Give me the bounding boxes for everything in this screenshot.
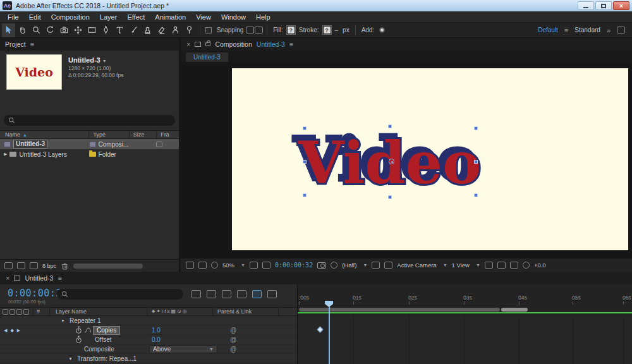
shape-tool-button[interactable] <box>85 23 99 37</box>
composition-mini-flowchart-icon[interactable] <box>191 290 201 298</box>
composition-viewport[interactable]: Video Video <box>181 62 632 258</box>
solo-icon[interactable] <box>16 309 22 315</box>
keyframe-navigator[interactable]: ◀ ◆ ▶ <box>4 325 21 335</box>
camera-view-button[interactable]: Active Camera <box>397 262 436 269</box>
row-offset[interactable]: Offset 0.0 @ <box>0 335 297 344</box>
exposure-gear-icon[interactable] <box>523 262 530 269</box>
row-repeater[interactable]: ▼ Repeater 1 <box>0 316 297 325</box>
new-folder-icon[interactable] <box>17 262 25 269</box>
zoom-caret-icon[interactable]: ▼ <box>241 263 245 267</box>
project-row-composition[interactable]: Untitled-3 Composi... <box>0 139 179 149</box>
pan-behind-tool-button[interactable] <box>71 23 85 37</box>
new-composition-icon[interactable] <box>30 262 38 269</box>
column-parent-link[interactable]: Parent & Link <box>217 308 252 315</box>
grid-guides-icon[interactable] <box>250 262 258 269</box>
zoom-tool-button[interactable] <box>30 23 43 37</box>
row-name[interactable]: Untitled-3 Layers <box>19 151 67 158</box>
panel-menu-icon[interactable]: ≡ <box>289 40 293 48</box>
menu-edit[interactable]: Edit <box>24 13 46 21</box>
snapping-checkbox[interactable] <box>205 27 212 33</box>
twirl-down-icon[interactable]: ▼ <box>68 356 73 361</box>
mask-visibility-icon[interactable] <box>262 262 270 269</box>
sort-asc-icon[interactable]: ▲ <box>23 133 27 137</box>
lock-icon[interactable] <box>205 42 210 46</box>
row-composite[interactable]: Composite Above ▼ @ <box>0 344 297 354</box>
audio-icon[interactable] <box>9 309 15 315</box>
parent-pickwhip-icon[interactable]: @ <box>230 327 236 334</box>
property-composite-label[interactable]: Composite <box>84 346 114 353</box>
clone-stamp-tool-button[interactable] <box>141 23 154 37</box>
project-thumbnail[interactable]: Video <box>6 54 62 90</box>
viewer-tab-untitled3[interactable]: Untitled-3 <box>186 52 228 62</box>
selection-handle-top-left[interactable] <box>303 126 307 130</box>
selection-handle-top-right[interactable] <box>474 126 478 130</box>
project-item-name[interactable]: Untitled-3 ▼ <box>68 56 107 64</box>
current-time-indicator-line[interactable] <box>329 301 330 364</box>
selection-handle-bottom-right[interactable] <box>474 193 478 197</box>
eraser-tool-button[interactable] <box>155 23 168 37</box>
item-caret-icon[interactable]: ▼ <box>102 59 107 63</box>
stopwatch-icon[interactable] <box>75 326 82 334</box>
timeline-tab-untitled3[interactable]: Untitled-3 <box>25 274 53 282</box>
puppet-pin-tool-button[interactable] <box>183 23 196 37</box>
view-layout-button[interactable]: 1 View <box>452 262 470 269</box>
offset-value[interactable]: 0.0 <box>152 336 161 343</box>
column-size[interactable]: Size <box>129 131 157 138</box>
close-panel-icon[interactable]: × <box>186 40 190 48</box>
column-name[interactable]: Name <box>5 131 20 138</box>
composite-dropdown[interactable]: Above ▼ <box>149 345 217 353</box>
row-transform[interactable]: ▼ Transform: Repea...1 <box>0 354 297 363</box>
selection-tool-button[interactable] <box>2 23 15 37</box>
row-name[interactable]: Untitled-3 <box>13 140 47 149</box>
property-offset-label[interactable]: Offset <box>95 336 112 343</box>
composition-tab-name[interactable]: Untitled-3 <box>257 40 285 48</box>
add-keyframe-icon[interactable]: ◆ <box>10 328 15 333</box>
panel-menu-icon[interactable]: ≡ <box>30 40 34 48</box>
panel-menu-icon[interactable]: ≡ <box>58 274 61 282</box>
preview-display-icon[interactable] <box>198 262 207 269</box>
trash-icon[interactable] <box>61 262 69 270</box>
timeline-nav-icon[interactable] <box>510 262 518 269</box>
region-of-interest-icon[interactable] <box>372 262 380 269</box>
workspace-standard[interactable]: Standard <box>574 27 600 33</box>
current-time-button[interactable]: 0:00:00:32 <box>275 262 313 269</box>
exposure-value[interactable]: +0.0 <box>534 262 546 269</box>
selection-handle-bottom-left[interactable] <box>303 193 307 197</box>
keyframe-track[interactable] <box>298 316 632 364</box>
resolution-button[interactable]: (Half) <box>342 262 356 269</box>
menu-file[interactable]: File <box>3 13 24 21</box>
property-group-label[interactable]: Repeater 1 <box>70 317 100 324</box>
time-navigator-handle[interactable] <box>501 308 528 312</box>
draft-3d-icon[interactable] <box>207 290 216 298</box>
minimize-button[interactable] <box>578 1 594 10</box>
add-shape-icon[interactable] <box>379 27 385 33</box>
tab-project[interactable]: Project <box>5 40 26 48</box>
row-copies[interactable]: ◀ ◆ ▶ Copies 1.0 @ <box>0 325 297 335</box>
zoom-level-button[interactable]: 50% <box>222 262 234 269</box>
expression-graph-icon[interactable] <box>84 327 92 334</box>
view-caret-icon[interactable]: ▼ <box>476 263 480 267</box>
snap-option-alt-icon[interactable] <box>255 27 263 33</box>
folder-twirl-icon[interactable]: ▶ <box>4 152 7 157</box>
channels-icon[interactable] <box>211 262 218 269</box>
timeline-search-input[interactable] <box>57 289 183 300</box>
graph-editor-icon[interactable] <box>267 290 277 298</box>
camera-caret-icon[interactable]: ▼ <box>443 263 447 267</box>
menu-window[interactable]: Window <box>216 13 251 21</box>
menu-view[interactable]: View <box>191 13 216 21</box>
menu-animation[interactable]: Animation <box>150 13 191 21</box>
rotate-tool-button[interactable] <box>44 23 57 37</box>
transform-group-label[interactable]: Transform: Repea...1 <box>77 355 137 362</box>
hide-shy-layers-icon[interactable] <box>222 290 231 298</box>
project-horizontal-scrollbar[interactable] <box>73 264 143 269</box>
composition-canvas[interactable]: Video Video <box>232 68 628 250</box>
project-search-input[interactable] <box>4 115 175 126</box>
column-frame[interactable]: Fra <box>156 131 179 138</box>
close-panel-icon[interactable]: × <box>6 274 9 282</box>
stopwatch-icon[interactable] <box>75 336 82 344</box>
lock-column-icon[interactable] <box>23 309 29 315</box>
snap-option-icon[interactable] <box>246 27 254 33</box>
pixel-aspect-icon[interactable] <box>485 262 493 269</box>
fill-swatch[interactable]: ? <box>287 26 295 34</box>
fast-preview-icon[interactable] <box>497 262 506 269</box>
